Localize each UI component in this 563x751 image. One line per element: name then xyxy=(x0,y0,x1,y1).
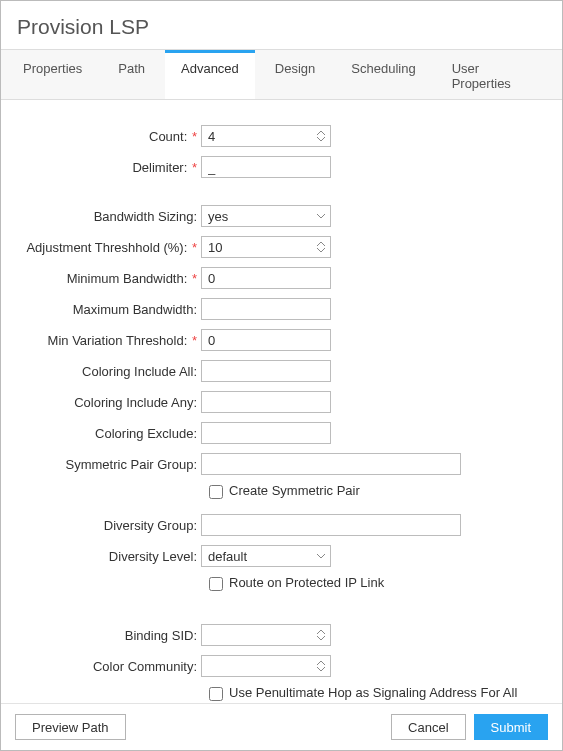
color-community-spinner[interactable] xyxy=(314,655,328,677)
sym-pair-group-label: Symmetric Pair Group: xyxy=(21,457,201,472)
required-marker: * xyxy=(192,333,197,348)
tab-scheduling[interactable]: Scheduling xyxy=(335,50,431,99)
max-bw-label: Maximum Bandwidth: xyxy=(21,302,201,317)
use-penultimate-checkbox[interactable] xyxy=(209,687,223,701)
submit-button[interactable]: Submit xyxy=(474,714,548,740)
required-marker: * xyxy=(192,129,197,144)
col-excl-input[interactable] xyxy=(201,422,331,444)
count-spinner[interactable] xyxy=(314,125,328,147)
required-marker: * xyxy=(192,271,197,286)
preview-path-button[interactable]: Preview Path xyxy=(15,714,126,740)
div-level-select[interactable]: default xyxy=(201,545,331,567)
required-marker: * xyxy=(192,160,197,175)
bandwidth-sizing-select[interactable]: yes xyxy=(201,205,331,227)
required-marker: * xyxy=(192,240,197,255)
route-protected-checkbox[interactable] xyxy=(209,577,223,591)
col-incl-all-label: Coloring Include All: xyxy=(21,364,201,379)
min-bw-input[interactable] xyxy=(201,267,331,289)
tab-properties[interactable]: Properties xyxy=(7,50,98,99)
count-input[interactable] xyxy=(201,125,331,147)
adj-threshold-label: Adjustment Threshhold (%): * xyxy=(21,240,201,255)
min-var-label: Min Variation Threshold: * xyxy=(21,333,201,348)
chevron-down-icon xyxy=(316,247,326,253)
delimiter-label: Delimiter: * xyxy=(21,160,201,175)
adj-threshold-spinner[interactable] xyxy=(314,236,328,258)
binding-sid-label: Binding SID: xyxy=(21,628,201,643)
use-penultimate-label: Use Penultimate Hop as Signaling Address… xyxy=(229,685,529,703)
col-incl-all-input[interactable] xyxy=(201,360,331,382)
chevron-down-icon xyxy=(316,136,326,142)
dialog-footer: Preview Path Cancel Submit xyxy=(1,703,562,750)
col-incl-any-label: Coloring Include Any: xyxy=(21,395,201,410)
min-var-input[interactable] xyxy=(201,329,331,351)
dialog-title: Provision LSP xyxy=(1,1,562,49)
tab-design[interactable]: Design xyxy=(259,50,331,99)
create-sym-pair-checkbox[interactable] xyxy=(209,485,223,499)
col-incl-any-input[interactable] xyxy=(201,391,331,413)
provision-lsp-dialog: Provision LSP Properties Path Advanced D… xyxy=(0,0,563,751)
div-group-input[interactable] xyxy=(201,514,461,536)
sym-pair-group-input[interactable] xyxy=(201,453,461,475)
count-label: Count: * xyxy=(21,129,201,144)
form-area: Count: * Delimiter: * Bandwidth Sizing: … xyxy=(1,100,562,703)
cancel-button[interactable]: Cancel xyxy=(391,714,465,740)
tab-bar: Properties Path Advanced Design Scheduli… xyxy=(1,49,562,100)
div-level-label: Diversity Level: xyxy=(21,549,201,564)
tab-user-properties[interactable]: User Properties xyxy=(436,50,552,99)
create-sym-pair-label: Create Symmetric Pair xyxy=(229,483,360,498)
route-protected-label: Route on Protected IP Link xyxy=(229,575,384,590)
col-excl-label: Coloring Exclude: xyxy=(21,426,201,441)
delimiter-input[interactable] xyxy=(201,156,331,178)
min-bw-label: Minimum Bandwidth: * xyxy=(21,271,201,286)
tab-advanced[interactable]: Advanced xyxy=(165,50,255,99)
chevron-down-icon xyxy=(316,635,326,641)
chevron-down-icon xyxy=(316,666,326,672)
adj-threshold-input[interactable] xyxy=(201,236,331,258)
tab-path[interactable]: Path xyxy=(102,50,161,99)
binding-sid-spinner[interactable] xyxy=(314,624,328,646)
color-community-label: Color Community: xyxy=(21,659,201,674)
color-community-input[interactable] xyxy=(201,655,331,677)
div-group-label: Diversity Group: xyxy=(21,518,201,533)
binding-sid-input[interactable] xyxy=(201,624,331,646)
max-bw-input[interactable] xyxy=(201,298,331,320)
bandwidth-sizing-label: Bandwidth Sizing: xyxy=(21,209,201,224)
